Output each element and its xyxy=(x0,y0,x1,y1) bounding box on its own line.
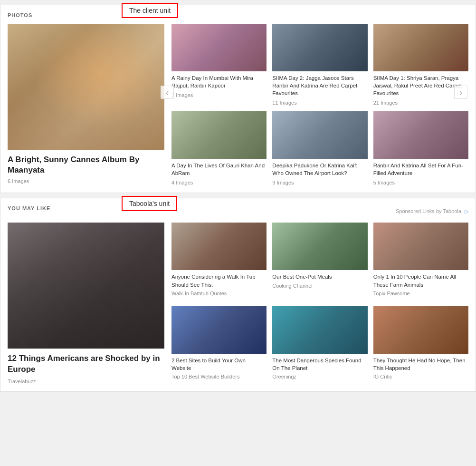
sponsored-label: Sponsored Links by Taboola xyxy=(396,208,461,214)
yml-thumb-0 xyxy=(171,223,267,270)
yml-item-source-3: Top 10 Best Website Builders xyxy=(171,374,267,379)
yml-item-title-0: Anyone Considering a Walk In Tub Should … xyxy=(171,273,267,288)
photo-thumb-1 xyxy=(272,24,367,71)
sponsored-links-text: Sponsored Links by Taboola ▷ xyxy=(396,208,468,214)
nav-arrow-left[interactable]: ‹ xyxy=(161,86,174,99)
main-photo-count: 6 Images xyxy=(8,178,164,184)
you-may-like-section-header: YOU MAY LIKE xyxy=(8,205,50,211)
yml-item-5[interactable]: They Thought He Had No Hope, Then This H… xyxy=(373,306,468,384)
yml-grid: 12 Things Americans are Shocked by in Eu… xyxy=(8,223,468,384)
photo-item-count-1: 11 Images xyxy=(272,100,367,106)
taboola-icon: ▷ xyxy=(465,208,468,214)
main-photo-title: A Bright, Sunny Cannes Album By Maanyata xyxy=(8,155,164,175)
photo-item-5[interactable]: Ranbir And Katrina All Set For A Fun-Fil… xyxy=(373,111,468,185)
photo-item-count-2: 21 Images xyxy=(373,100,468,106)
yml-main-item[interactable]: 12 Things Americans are Shocked by in Eu… xyxy=(8,223,164,384)
photos-main-item[interactable]: A Bright, Sunny Cannes Album By Maanyata… xyxy=(8,24,164,184)
main-photo-image xyxy=(8,24,164,150)
taboola-unit-box: Taboola's unit xyxy=(122,196,177,211)
photos-right-grid: A Rainy Day In Mumbai With Mira Rajput, … xyxy=(171,24,468,185)
yml-right-grid: Anyone Considering a Walk In Tub Should … xyxy=(171,223,468,384)
photo-item-title-5: Ranbir And Katrina All Set For A Fun-Fil… xyxy=(373,162,468,177)
yml-main-title: 12 Things Americans are Shocked by in Eu… xyxy=(8,353,164,374)
nav-arrow-right[interactable]: › xyxy=(454,86,467,99)
photo-item-count-5: 5 Images xyxy=(373,180,468,185)
photo-item-count-0: 7 Images xyxy=(171,92,267,98)
you-may-like-header: YOU MAY LIKE Sponsored Links by Taboola … xyxy=(8,205,468,217)
photo-item-title-4: Deepika Padukone Or Katrina Kaif: Who Ow… xyxy=(272,162,367,177)
yml-main-image xyxy=(8,223,164,349)
yml-item-source-5: IG Critic xyxy=(373,374,468,379)
client-unit-label: The client unit xyxy=(129,7,171,14)
yml-item-source-4: Greeningz xyxy=(272,374,367,379)
photo-item-title-1: SIIMA Day 2: Jagga Jasoos Stars Ranbir A… xyxy=(272,74,367,97)
yml-thumb-4 xyxy=(272,306,367,354)
yml-item-1[interactable]: Our Best One-Pot Meals Cooking Channel xyxy=(272,223,367,301)
yml-item-2[interactable]: Only 1 In 10 People Can Name All These F… xyxy=(373,223,468,301)
yml-item-4[interactable]: The Most Dangerous Species Found On The … xyxy=(272,306,367,384)
photo-item-3[interactable]: A Day In The Lives Of Gauri Khan And AbR… xyxy=(171,111,267,185)
yml-item-source-0: Walk-In Bathtub Quotes xyxy=(171,291,267,296)
yml-item-3[interactable]: 2 Best Sites to Build Your Own Website T… xyxy=(171,306,267,384)
yml-item-title-3: 2 Best Sites to Build Your Own Website xyxy=(171,357,267,372)
you-may-like-section: Taboola's unit YOU MAY LIKE Sponsored Li… xyxy=(0,198,476,391)
photo-item-title-3: A Day In The Lives Of Gauri Khan And AbR… xyxy=(171,162,267,177)
yml-item-source-2: Topix Pawsome xyxy=(373,291,468,296)
taboola-unit-label: Taboola's unit xyxy=(129,200,170,207)
photos-section: PHOTOS The client unit ‹ A Bright, Sunny… xyxy=(0,5,476,193)
yml-item-title-4: The Most Dangerous Species Found On The … xyxy=(272,357,367,372)
photos-grid: ‹ A Bright, Sunny Cannes Album By Maanya… xyxy=(8,24,468,185)
photo-thumb-2 xyxy=(373,24,468,71)
yml-item-title-2: Only 1 In 10 People Can Name All These F… xyxy=(373,273,468,288)
yml-thumb-5 xyxy=(373,306,468,354)
photo-item-0[interactable]: A Rainy Day In Mumbai With Mira Rajput, … xyxy=(171,24,267,106)
photo-item-count-3: 4 Images xyxy=(171,180,267,185)
photo-item-1[interactable]: SIIMA Day 2: Jagga Jasoos Stars Ranbir A… xyxy=(272,24,367,106)
photo-item-4[interactable]: Deepika Padukone Or Katrina Kaif: Who Ow… xyxy=(272,111,367,185)
photos-section-header: PHOTOS xyxy=(8,12,468,18)
yml-item-0[interactable]: Anyone Considering a Walk In Tub Should … xyxy=(171,223,267,301)
client-unit-box: The client unit xyxy=(122,3,178,18)
photo-thumb-5 xyxy=(373,111,468,159)
yml-item-title-1: Our Best One-Pot Meals xyxy=(272,273,367,281)
photo-thumb-3 xyxy=(171,111,267,159)
photo-item-title-0: A Rainy Day In Mumbai With Mira Rajput, … xyxy=(171,74,267,89)
yml-thumb-1 xyxy=(272,223,367,270)
yml-item-title-5: They Thought He Had No Hope, Then This H… xyxy=(373,357,468,372)
yml-main-source: Travelabuzz xyxy=(8,379,164,384)
photo-item-count-4: 9 Images xyxy=(272,180,367,185)
yml-item-source-1: Cooking Channel xyxy=(272,283,367,289)
yml-thumb-2 xyxy=(373,223,468,270)
photo-thumb-4 xyxy=(272,111,367,159)
photo-thumb-0 xyxy=(171,24,267,71)
yml-thumb-3 xyxy=(171,306,267,354)
